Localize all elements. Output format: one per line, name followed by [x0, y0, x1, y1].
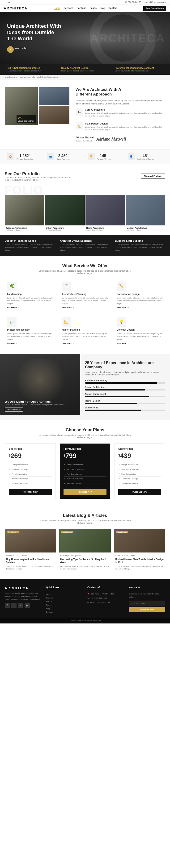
footer-links-list: Home Services Portfolio Pages Blog Conta…	[46, 593, 83, 614]
service-read-more-0[interactable]: Read More →	[7, 307, 53, 309]
about-item-core-text: Core Architecture Lorem ipsum dolor sit …	[85, 108, 165, 118]
blog-content-0: January 12, 2021 | Admin Tiny Homes Insp…	[5, 553, 56, 572]
exp-bar-track-2	[85, 396, 165, 397]
project-mgmt-icon: 📊	[7, 317, 17, 327]
footer-twitter-icon[interactable]: t	[11, 603, 17, 608]
plan-starter-feature-0: Design Architecture	[118, 462, 161, 467]
plan-starter-btn[interactable]: Purchase Now	[118, 489, 161, 495]
brand-logo[interactable]: ARCHITECA	[4, 6, 27, 10]
dark-band-title-2: Builders Start Building	[115, 239, 165, 242]
navbar: ARCHITECA Home Services Portfolio Pages …	[0, 4, 170, 12]
portfolio-item-0[interactable]: Balcony Architecture Architecture / Desi…	[5, 195, 45, 232]
service-read-more-1[interactable]: Read More →	[62, 307, 108, 309]
about-intro: Lorem ipsum dolor sit amet, consectetur …	[76, 99, 165, 106]
footer-address: 📍 123 Road to XYZ Suite 100	[87, 593, 124, 595]
exp-bar-interior: Interior Design	[85, 400, 165, 404]
stat-addictions: 👥 2 452+ Open Addictions	[45, 153, 85, 160]
portfolio-category-0: Architecture / Design	[6, 229, 44, 231]
plan-premium-btn[interactable]: Purchase Now	[63, 489, 107, 495]
footer-link-contact[interactable]: Contact	[46, 610, 83, 614]
plan-basic: Basic Plan $269 Design Architecture Stru…	[5, 443, 56, 499]
dark-band-item-1: Architect Draws Sketches Lorem ipsum dol…	[60, 239, 110, 252]
blog-card-1[interactable]: Architecture February 8, 2021 | Admin De…	[59, 529, 111, 572]
nav-services[interactable]: Services	[63, 7, 73, 10]
service-read-more-3[interactable]: Read More →	[7, 342, 53, 344]
plan-premium-feature-2: Free Consultation	[63, 472, 107, 476]
plan-starter-feature-3: Architecture Design	[118, 476, 161, 481]
experience-images: We Are Open For Opportunities! Lorem ips…	[0, 354, 80, 421]
footer-instagram-icon[interactable]: in	[18, 603, 23, 608]
instagram-icon[interactable]: in	[8, 1, 10, 3]
feature-desc-2: Lorem ipsum dolor sit amet consectetur	[115, 70, 163, 72]
hero-title: Unique Architect With Ideas from Outside…	[7, 23, 61, 42]
portfolio-item-1[interactable]: Urban Arcitecture Architecture / Design	[45, 195, 85, 232]
watch-label: Watch Video	[15, 47, 27, 50]
facebook-icon[interactable]: f	[4, 1, 4, 3]
nav-home[interactable]: Home	[54, 7, 60, 10]
portfolio-label-2: Home Arcitecture Architecture / Design	[85, 225, 125, 232]
newsletter-subscribe-button[interactable]: Subscribe Now	[129, 607, 165, 612]
portfolio-grid: Balcony Architecture Architecture / Desi…	[5, 195, 165, 232]
signature-image: Adriana Maxwell	[96, 137, 126, 142]
feature-desc-1: Lorem ipsum dolor sit amet consectetur	[61, 70, 109, 72]
footer-link-pages[interactable]: Pages	[46, 603, 83, 607]
email-text: contact@architeca.com	[90, 601, 110, 604]
footer-link-services[interactable]: Services	[46, 596, 83, 600]
exp-bar-label-3: Interior Design	[85, 400, 165, 402]
portfolio-item-3[interactable]: Modern Architecture Architecture / Desig…	[125, 195, 165, 232]
footer-phone: 📞 +1 (480) 555-0109	[87, 597, 124, 600]
plan-premium-feature-3: Architecture Design	[63, 476, 107, 481]
feature-title-1: Quality Architect Design	[61, 67, 109, 69]
service-read-more-4[interactable]: Read More →	[62, 342, 108, 344]
hero-watermark: ARCHITECA	[90, 32, 165, 44]
dark-band-desc-2: Lorem ipsum dolor sit amet consectetur a…	[115, 243, 165, 252]
newsletter-email-input[interactable]	[129, 600, 165, 606]
exp-bar-fill-1	[85, 389, 145, 391]
addictions-icon: 👥	[47, 153, 54, 160]
stat-addictions-text: 2 452+ Open Addictions	[57, 154, 70, 160]
feature-title-0: 100% Satisfaction Guarantee	[7, 67, 55, 69]
nav-contact[interactable]: Contact	[108, 7, 117, 10]
footer-youtube-icon[interactable]: ▶	[25, 603, 30, 608]
about-item-core-desc: Lorem ipsum dolor sit amet, consectetur …	[85, 112, 165, 118]
footer-newsletter-form: Subscribe Now	[129, 600, 165, 612]
stat-projects: 🏠 1 252+ Projects Completed	[5, 153, 45, 160]
service-read-more-2[interactable]: Read More →	[117, 307, 163, 309]
show-all-portfolio-button[interactable]: Show All Portfolio	[141, 174, 165, 179]
plan-premium-feature-4: Architecture Sketch	[63, 481, 107, 486]
plan-basic-feature-1: Structure of a project	[9, 467, 52, 472]
footer-links-heading: Quick Links	[46, 586, 83, 590]
nav-portfolio[interactable]: Portfolio	[77, 7, 86, 10]
footer-link-home[interactable]: Home	[46, 593, 83, 596]
blog-tag-0: Architecture	[7, 531, 19, 533]
portfolio-item-2[interactable]: Home Arcitecture Architecture / Design	[85, 195, 125, 232]
view-portfolio-button[interactable]: View Portfolio →	[5, 407, 23, 412]
footer-links-col: Quick Links Home Services Portfolio Page…	[46, 586, 83, 614]
footer-facebook-icon[interactable]: f	[5, 603, 10, 608]
nav-pages[interactable]: Pages	[90, 7, 96, 10]
portfolio-category-2: Architecture / Design	[86, 229, 124, 231]
dark-band-section: Designer Planning Space Lorem ipsum dolo…	[0, 235, 170, 256]
feature-title-2: Professional concept development	[115, 67, 163, 69]
plan-basic-btn[interactable]: Purchase Now	[9, 489, 52, 495]
top-bar: f t in +1 800-555-0175 contact@architeca…	[0, 0, 170, 4]
footer-link-blog[interactable]: Blog	[46, 607, 83, 610]
twitter-icon[interactable]: t	[6, 1, 7, 3]
plan-starter-feature-2: Free Consultation	[118, 472, 161, 476]
blog-card-0[interactable]: Architecture January 12, 2021 | Admin Ti…	[5, 529, 56, 572]
portfolio-label-0: Balcony Architecture Architecture / Desi…	[5, 225, 45, 232]
footer-link-portfolio[interactable]: Portfolio	[46, 600, 83, 603]
service-read-more-5[interactable]: Read More →	[117, 342, 163, 344]
footer-newsletter-desc: Subscribe to our newsletter for latest u…	[129, 593, 165, 599]
teams-icon: 👤	[128, 153, 135, 160]
nav-blog[interactable]: Blog	[100, 7, 105, 10]
footer-about-text: Lorem ipsum dolor sit amet, consectetur …	[5, 592, 41, 601]
play-button[interactable]: ▶	[7, 46, 14, 53]
service-concept-design: 💡 Concept Design Lorem ipsum dolor sit a…	[114, 315, 165, 347]
portfolio-header: See Our Portfolio Lorem ipsum dolor sit …	[5, 172, 165, 181]
consultation-button[interactable]: Free Consultation	[143, 6, 166, 10]
badge-number: 25	[18, 116, 22, 120]
blog-card-2[interactable]: Architecture March 15, 2021 | Admin Mini…	[114, 529, 165, 572]
blog-title-1: Decorating Tips for Rooms So They Look G…	[60, 558, 110, 564]
service-consultation: ✏️ Consultation Design Lorem ipsum dolor…	[114, 279, 165, 311]
